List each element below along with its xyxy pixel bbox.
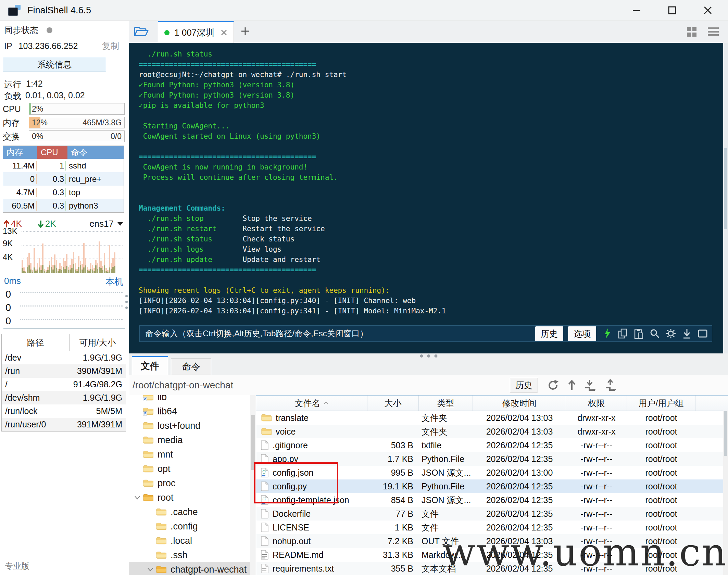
grid-view-icon[interactable] — [686, 26, 697, 37]
upload-icon[interactable] — [605, 379, 617, 391]
file-row-config.json[interactable]: {}config.json 995 B JSON 源文... 2026/02/0… — [256, 466, 728, 479]
file-file-icon — [261, 536, 268, 546]
tree-scrollbar[interactable] — [250, 395, 256, 575]
options-button[interactable]: 选项 — [568, 326, 596, 341]
file-row-Dockerfile[interactable]: Dockerfile 77 B 文件 2026/02/04 12:35 -rw-… — [256, 507, 728, 521]
col-perm[interactable]: 权限 — [566, 396, 627, 411]
col-type[interactable]: 类型 — [419, 396, 473, 411]
interface-selector[interactable]: ens17 — [89, 218, 123, 229]
tree-item-lib64[interactable]: lib64 — [129, 404, 256, 418]
json-file-icon: {} — [261, 468, 268, 477]
window-title: FinalShell 4.6.5 — [27, 5, 91, 16]
disk-row[interactable]: /dev/shm1.9G/1.9G — [2, 391, 126, 404]
ping-host[interactable]: 本机 — [105, 276, 123, 288]
disk-row[interactable]: /run390M/391M — [2, 364, 126, 378]
file-row-.gitignore[interactable]: .gitignore 503 B txtfile 2026/02/04 12:3… — [256, 438, 728, 452]
download-icon[interactable] — [682, 328, 692, 339]
maximize-icon[interactable] — [668, 6, 677, 15]
tree-item-label: .cache — [171, 507, 198, 517]
file-row-config-template.json[interactable]: {}config-template.json 854 B JSON 源文... … — [256, 493, 728, 507]
disk-col-size[interactable]: 可用/大小 — [70, 334, 126, 351]
menu-icon[interactable] — [707, 27, 719, 37]
disk-col-path[interactable]: 路径 — [2, 334, 70, 351]
col-filename[interactable]: 文件名 — [256, 396, 367, 411]
tree-item-lib[interactable]: lib — [129, 395, 256, 404]
file-row-voice[interactable]: voice 文件夹 2026/02/04 13:03 drwxr-xr-x ro… — [256, 425, 728, 438]
new-tab-button[interactable] — [241, 27, 250, 37]
meter-label: CPU — [3, 104, 29, 114]
expand-chevron-icon[interactable] — [147, 567, 154, 572]
history-button[interactable]: 历史 — [535, 326, 563, 341]
window-icon[interactable] — [698, 328, 708, 339]
terminal[interactable]: ./run.sh status=========================… — [129, 43, 728, 353]
disk-row[interactable]: /91.4G/98.2G — [2, 378, 126, 391]
gear-icon[interactable] — [665, 328, 676, 339]
ytick: 9K — [3, 239, 13, 248]
meter-bar: 12%465M/3.8G — [29, 117, 125, 128]
lightning-icon[interactable] — [603, 328, 612, 339]
panel-drag-handle[interactable] — [420, 354, 437, 358]
process-col-command[interactable]: 命令 — [67, 146, 124, 159]
tree-item-.config[interactable]: .config — [129, 519, 256, 534]
process-row[interactable]: 4.7M0.3top — [3, 186, 124, 199]
file-mtime: 2026/02/04 13:00 — [473, 466, 566, 479]
process-row[interactable]: 60.5M0.3python3 — [3, 199, 124, 212]
file-size: 355 B — [367, 562, 419, 575]
file-row-config.py[interactable]: config.py 19.1 KB Python.File 2026/02/04… — [256, 479, 728, 493]
uptime-value: 1:42 — [26, 79, 43, 90]
process-row[interactable]: 11.4M1sshd — [3, 159, 124, 172]
folder-icon — [143, 407, 153, 416]
tab-close-icon[interactable] — [221, 29, 227, 36]
refresh-icon[interactable] — [547, 379, 559, 391]
copy-icon[interactable] — [618, 328, 628, 339]
file-row-app.py[interactable]: app.py 1.7 KB Python.File 2026/02/04 12:… — [256, 452, 728, 466]
tree-item-media[interactable]: media — [129, 433, 256, 447]
process-col-memory[interactable]: 内存 — [3, 146, 37, 159]
tree-item-chatgpt-on-wechat[interactable]: chatgpt-on-wechat — [129, 562, 256, 575]
meter-swap: 交换 0%0/0 — [3, 130, 125, 143]
tree-item-root[interactable]: root — [129, 490, 256, 505]
system-info-button[interactable]: 系统信息 — [3, 57, 106, 72]
col-mtime[interactable]: 修改时间 — [473, 396, 566, 411]
disk-row[interactable]: /run/lock5M/5M — [2, 404, 126, 418]
close-icon[interactable] — [703, 6, 712, 15]
file-perm: drwxr-xr-x — [566, 411, 627, 425]
folder-icon — [143, 464, 153, 473]
terminal-scrollbar[interactable] — [723, 43, 728, 353]
path-input[interactable]: /root/chatgpt-on-wechat — [133, 380, 505, 391]
tree-item-mnt[interactable]: mnt — [129, 447, 256, 462]
download-icon[interactable] — [585, 379, 597, 391]
tree-item-label: .config — [171, 521, 198, 532]
tree-item-.cache[interactable]: .cache — [129, 505, 256, 519]
file-history-button[interactable]: 历史 — [510, 378, 538, 392]
col-size[interactable]: 大小 — [367, 396, 419, 411]
tree-item-proc[interactable]: proc — [129, 476, 256, 490]
col-owner[interactable]: 用户/用户组 — [627, 396, 695, 411]
paste-icon[interactable] — [634, 328, 643, 339]
network-summary: 4K 2K ens17 — [3, 218, 123, 229]
session-tab[interactable]: 1 007深圳 — [158, 21, 234, 43]
copy-button[interactable]: 复制 — [102, 40, 119, 52]
expand-chevron-icon[interactable] — [134, 495, 141, 500]
file-row-translate[interactable]: translate 文件夹 2026/02/04 13:03 drwxr-xr-… — [256, 411, 728, 425]
tree-item-label: lost+found — [158, 421, 200, 431]
tab-files[interactable]: 文件 — [132, 356, 168, 375]
svg-text:{}: {} — [262, 497, 266, 501]
minimize-icon[interactable] — [632, 6, 641, 15]
process-row[interactable]: 00.3rcu_pre+ — [3, 172, 124, 186]
tree-item-lost+found[interactable]: lost+found — [129, 418, 256, 433]
file-mtime: 2026/02/04 13:03 — [473, 425, 566, 438]
command-input-bar[interactable]: 命令输入（双击Ctrl切换,Alt历史,Tab路径/命令,Esc关闭窗口） 历史… — [139, 325, 712, 342]
tree-item-.ssh[interactable]: .ssh — [129, 548, 256, 562]
open-folder-button[interactable] — [129, 21, 153, 43]
file-type: JSON 源文... — [419, 493, 473, 507]
tree-item-.local[interactable]: .local — [129, 534, 256, 548]
splitter-handle[interactable] — [125, 295, 128, 309]
process-col-cpu[interactable]: CPU — [37, 146, 67, 159]
search-icon[interactable] — [649, 328, 660, 339]
up-icon[interactable] — [567, 379, 576, 391]
tab-commands[interactable]: 命令 — [171, 359, 211, 375]
disk-row[interactable]: /dev1.9G/1.9G — [2, 351, 126, 364]
tree-item-opt[interactable]: opt — [129, 462, 256, 476]
disk-row[interactable]: /run/user/0391M/391M — [2, 418, 126, 431]
